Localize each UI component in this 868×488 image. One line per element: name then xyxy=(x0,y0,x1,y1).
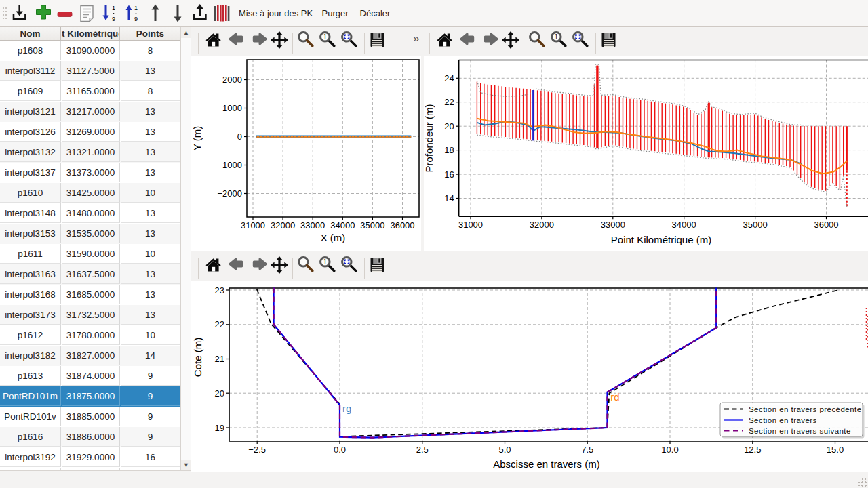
svg-text:−1000: −1000 xyxy=(217,160,242,170)
svg-text:2.5: 2.5 xyxy=(416,445,429,455)
svg-text:9: 9 xyxy=(112,16,115,22)
svg-text:23: 23 xyxy=(215,285,224,296)
svg-text:7.5: 7.5 xyxy=(581,445,593,455)
svg-text:20: 20 xyxy=(215,388,224,399)
svg-text:0: 0 xyxy=(237,131,242,142)
svg-text:34000: 34000 xyxy=(672,220,696,230)
svg-text:12.5: 12.5 xyxy=(744,445,761,455)
svg-text:35000: 35000 xyxy=(360,220,384,230)
svg-text:9: 9 xyxy=(134,16,138,22)
svg-text:5.0: 5.0 xyxy=(498,445,511,455)
svg-text:10.0: 10.0 xyxy=(661,445,678,455)
svg-text:Section en travers suivante: Section en travers suivante xyxy=(749,427,851,435)
svg-text:14: 14 xyxy=(444,193,454,203)
svg-text:Section en travers: Section en travers xyxy=(749,416,817,424)
svg-text:Cote (m): Cote (m) xyxy=(192,338,203,377)
svg-text:20: 20 xyxy=(444,121,454,131)
svg-text:31000: 31000 xyxy=(241,220,265,230)
svg-text:35000: 35000 xyxy=(743,220,768,230)
svg-text:X (m): X (m) xyxy=(321,232,346,243)
svg-text:0.0: 0.0 xyxy=(334,445,346,455)
svg-text:rg: rg xyxy=(342,403,351,414)
svg-text:rd: rd xyxy=(610,391,619,403)
svg-text:18: 18 xyxy=(444,145,454,155)
svg-text:22: 22 xyxy=(215,319,224,329)
svg-text:1: 1 xyxy=(112,5,115,12)
svg-text:33000: 33000 xyxy=(300,220,325,230)
svg-text:Point Kilométrique (m): Point Kilométrique (m) xyxy=(611,234,711,245)
svg-text:22: 22 xyxy=(444,97,454,107)
svg-text:36000: 36000 xyxy=(390,220,414,230)
svg-text:Profondeur (m): Profondeur (m) xyxy=(424,104,435,173)
svg-text:32000: 32000 xyxy=(271,220,295,230)
svg-text:19: 19 xyxy=(215,423,224,433)
svg-text:1000: 1000 xyxy=(222,103,242,113)
svg-text:Section en travers précédente: Section en travers précédente xyxy=(749,405,861,413)
svg-text:31000: 31000 xyxy=(458,220,483,230)
svg-text:Y (m): Y (m) xyxy=(191,126,203,150)
svg-text:33000: 33000 xyxy=(601,220,625,230)
svg-text:Abscisse en travers (m): Abscisse en travers (m) xyxy=(493,458,600,470)
svg-text:15.0: 15.0 xyxy=(827,445,844,455)
svg-text:2000: 2000 xyxy=(222,75,242,85)
svg-text:21: 21 xyxy=(215,354,224,364)
svg-text:−2000: −2000 xyxy=(217,188,242,199)
svg-text:−2.5: −2.5 xyxy=(248,445,266,455)
svg-text:34000: 34000 xyxy=(330,220,355,230)
svg-text:1: 1 xyxy=(134,5,138,12)
svg-text:32000: 32000 xyxy=(530,220,554,230)
svg-text:36000: 36000 xyxy=(814,220,838,230)
svg-text:24: 24 xyxy=(444,73,454,83)
svg-text:16: 16 xyxy=(444,169,454,180)
